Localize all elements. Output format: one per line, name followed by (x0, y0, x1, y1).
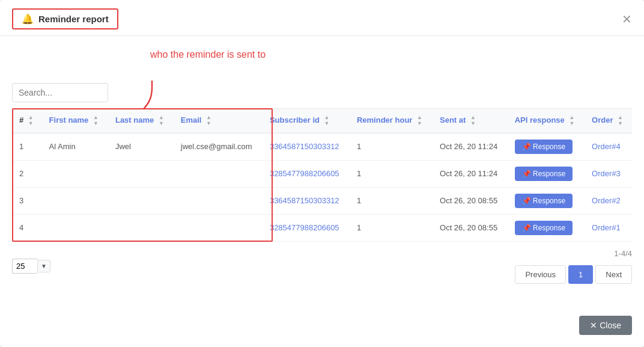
modal-close-button[interactable]: ✕ (622, 13, 632, 25)
cell-last-name (108, 187, 174, 214)
cell-first-name (42, 214, 108, 241)
report-table: # ▲▼ First name ▲▼ Last name ▲▼ Email (12, 108, 632, 242)
response-button[interactable]: 📌 Response (515, 194, 573, 208)
col-header-first-name: First name ▲▼ (42, 109, 108, 134)
bell-icon: 🔔 (22, 13, 34, 25)
cell-subscriber-id-link[interactable]: 3364587150303312 (270, 196, 339, 205)
cell-subscriber-id-link[interactable]: 3285477988206605 (270, 223, 339, 232)
cell-subscriber-id[interactable]: 3285477988206605 (263, 214, 350, 241)
modal-body: who the reminder is sent to (0, 36, 644, 242)
cell-api-response[interactable]: 📌 Response (508, 214, 585, 241)
cell-email (174, 187, 263, 214)
modal-title-text: Reminder report (38, 14, 109, 24)
page-size-selector: ▼ (12, 259, 50, 274)
previous-button[interactable]: Previous (515, 265, 566, 284)
cell-num: 1 (12, 133, 42, 160)
cell-reminder-hour: 1 (350, 187, 433, 214)
cell-email: jwel.cse@gmail.com (174, 133, 263, 160)
pagination-controls: Previous 1 Next (515, 265, 632, 284)
cell-num: 3 (12, 187, 42, 214)
table-header-row: # ▲▼ First name ▲▼ Last name ▲▼ Email (12, 109, 632, 134)
col-header-api-response: API response ▲▼ (508, 109, 585, 134)
table-row: 232854779882066051Oct 26, 20 11:24📌 Resp… (12, 160, 632, 187)
cell-api-response[interactable]: 📌 Response (508, 133, 585, 160)
cell-order-link[interactable]: Order#3 (592, 169, 621, 178)
cell-sent-at: Oct 26, 20 08:55 (433, 214, 508, 241)
col-header-subscriber-id: Subscriber id ▲▼ (263, 109, 350, 134)
cell-order[interactable]: Order#1 (585, 214, 632, 241)
search-input[interactable] (12, 83, 108, 102)
annotation-text: who the reminder is sent to (150, 49, 266, 60)
record-count: 1-4/4 (614, 249, 632, 258)
page-size-dropdown-icon[interactable]: ▼ (37, 260, 50, 272)
cell-first-name (42, 160, 108, 187)
sort-icons-order: ▲▼ (618, 115, 623, 127)
next-button[interactable]: Next (595, 265, 632, 284)
table-row: 1Al AminJweljwel.cse@gmail.com3364587150… (12, 133, 632, 160)
sort-icons-first-name: ▲▼ (93, 115, 99, 127)
col-header-last-name: Last name ▲▼ (108, 109, 174, 134)
page-size-input[interactable] (12, 259, 37, 274)
cell-order-link[interactable]: Order#1 (592, 223, 621, 232)
sort-icons-email: ▲▼ (206, 115, 211, 127)
cell-api-response[interactable]: 📌 Response (508, 160, 585, 187)
cell-sent-at: Oct 26, 20 11:24 (433, 160, 508, 187)
cell-email (174, 160, 263, 187)
modal-header: 🔔 Reminder report ✕ (0, 0, 644, 36)
col-header-order: Order ▲▼ (585, 109, 632, 134)
col-header-sent-at: Sent at ▲▼ (433, 109, 508, 134)
col-header-num: # ▲▼ (12, 109, 42, 134)
sort-icons-last-name: ▲▼ (159, 115, 164, 127)
cell-first-name: Al Amin (42, 133, 108, 160)
cell-reminder-hour: 1 (350, 214, 433, 241)
cell-api-response[interactable]: 📌 Response (508, 187, 585, 214)
cell-num: 2 (12, 160, 42, 187)
cell-sent-at: Oct 26, 20 11:24 (433, 133, 508, 160)
table-row: 432854779882066051Oct 26, 20 08:55📌 Resp… (12, 214, 632, 241)
sort-icons-num: ▲▼ (28, 115, 34, 127)
table-row: 333645871503033121Oct 26, 20 08:55📌 Resp… (12, 187, 632, 214)
response-button[interactable]: 📌 Response (515, 167, 573, 181)
sort-icons-api-response: ▲▼ (569, 115, 574, 127)
col-header-email: Email ▲▼ (174, 109, 263, 134)
response-button[interactable]: 📌 Response (515, 221, 573, 235)
cell-order-link[interactable]: Order#2 (592, 196, 621, 205)
cell-first-name (42, 187, 108, 214)
cell-subscriber-id[interactable]: 3364587150303312 (263, 133, 350, 160)
cell-reminder-hour: 1 (350, 133, 433, 160)
cell-last-name (108, 214, 174, 241)
cell-subscriber-id[interactable]: 3285477988206605 (263, 160, 350, 187)
modal-container: 🔔 Reminder report ✕ who the reminder is … (0, 0, 644, 347)
cell-sent-at: Oct 26, 20 08:55 (433, 187, 508, 214)
modal-title: 🔔 Reminder report (12, 8, 118, 29)
sort-icons-subscriber-id: ▲▼ (324, 115, 330, 127)
cell-order-link[interactable]: Order#4 (592, 142, 621, 151)
cell-order[interactable]: Order#4 (585, 133, 632, 160)
sort-icons-sent-at: ▲▼ (470, 115, 476, 127)
modal-footer: ✕ Close (0, 284, 644, 302)
cell-subscriber-id-link[interactable]: 3285477988206605 (270, 169, 339, 178)
cell-last-name (108, 160, 174, 187)
cell-email (174, 214, 263, 241)
page-1-button[interactable]: 1 (568, 265, 593, 284)
cell-last-name: Jwel (108, 133, 174, 160)
cell-order[interactable]: Order#3 (585, 160, 632, 187)
col-header-reminder-hour: Reminder hour ▲▼ (350, 109, 433, 134)
cell-order[interactable]: Order#2 (585, 187, 632, 214)
response-button[interactable]: 📌 Response (515, 140, 573, 154)
close-button[interactable]: ✕ Close (579, 316, 632, 335)
cell-reminder-hour: 1 (350, 160, 433, 187)
cell-subscriber-id[interactable]: 3364587150303312 (263, 187, 350, 214)
sort-icons-reminder-hour: ▲▼ (417, 115, 422, 127)
cell-num: 4 (12, 214, 42, 241)
cell-subscriber-id-link[interactable]: 3364587150303312 (270, 142, 339, 151)
